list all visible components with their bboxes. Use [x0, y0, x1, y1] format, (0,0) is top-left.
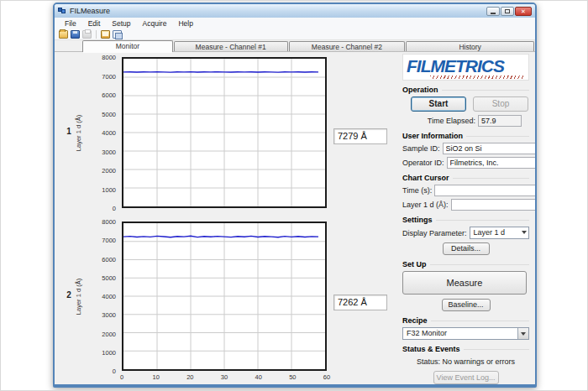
channel-1-label: 1 — [63, 127, 75, 136]
tab-strip: Monitor Measure - Channel #1 Measure - C… — [55, 40, 535, 52]
charts-area: 1 Layer 1 d (Å) 010002000300040005000600… — [55, 52, 394, 384]
chevron-down-icon — [522, 231, 527, 234]
y-tick-label: 5000 — [102, 274, 116, 281]
x-tick-label: 30 — [221, 373, 228, 381]
chart-1-y-tick-labels: 010002000300040005000600070008000 — [88, 57, 119, 208]
chart-2-x-tick-labels: 0102030405060 — [122, 373, 327, 381]
measure-button[interactable]: Measure — [402, 271, 527, 295]
maximize-button[interactable] — [501, 7, 514, 16]
monitor-tab-content: 1 Layer 1 d (Å) 010002000300040005000600… — [55, 52, 535, 384]
x-tick-label: 60 — [323, 373, 330, 381]
toolbar-separator — [96, 30, 97, 39]
y-tick-label: 3000 — [102, 148, 116, 155]
maximize-icon — [505, 9, 510, 13]
chart-2-y-axis-title: Layer 1 d (Å) — [75, 263, 82, 331]
window-title: FILMeasure — [70, 7, 486, 15]
minimize-button[interactable] — [486, 7, 500, 16]
operator-id-label: Operator ID: — [402, 159, 447, 167]
status-events-header: Status & Events — [402, 345, 529, 353]
x-tick-label: 20 — [186, 373, 193, 381]
y-tick-label: 4000 — [102, 129, 116, 137]
tab-measure-channel-2[interactable]: Measure - Channel #2 — [289, 41, 406, 52]
open-file-icon[interactable] — [59, 30, 68, 39]
channel-1-readout: 7279 Å — [333, 128, 387, 144]
tab-history[interactable]: History — [406, 41, 534, 52]
cursor-time-label: Time (s): — [402, 186, 434, 195]
display-parameter-label: Display Parameter: — [402, 229, 470, 237]
recipe-dropdown-arrow-icon[interactable] — [517, 328, 528, 339]
operator-id-input[interactable] — [447, 157, 535, 169]
menu-edit[interactable]: Edit — [83, 18, 106, 29]
chart-2-x-axis-title: Time (s) — [122, 383, 327, 384]
menu-file[interactable]: File — [60, 18, 81, 29]
y-tick-label: 8000 — [102, 218, 116, 226]
menu-setup[interactable]: Setup — [107, 18, 135, 29]
tool-bar — [55, 29, 535, 40]
y-tick-label: 2000 — [102, 330, 116, 337]
cursor-layer-label: Layer 1 d (Å): — [402, 201, 451, 209]
x-tick-label: 10 — [152, 373, 159, 381]
chart-1-plot[interactable] — [122, 57, 327, 208]
y-tick-label: 6000 — [102, 91, 116, 99]
stop-button[interactable]: Stop — [473, 96, 528, 112]
y-tick-label: 6000 — [102, 255, 116, 263]
close-icon: ✕ — [521, 8, 526, 14]
y-tick-label: 1000 — [102, 348, 116, 356]
app-window: FILMeasure ✕ File Edit Setup Acquire Hel… — [53, 3, 537, 388]
sample-id-input[interactable] — [443, 143, 535, 154]
recipe-header: Recipe — [402, 316, 529, 325]
chart-2-plot[interactable] — [122, 222, 327, 371]
x-tick-label: 0 — [120, 373, 123, 381]
y-tick-label: 5000 — [102, 110, 116, 117]
cursor-layer-field — [451, 199, 535, 211]
start-button[interactable]: Start — [411, 96, 466, 112]
view-event-log-button[interactable]: View Event Log... — [433, 371, 499, 384]
data-series-line — [123, 72, 318, 73]
x-tick-label: 50 — [289, 373, 296, 381]
display-parameter-dropdown[interactable]: Layer 1 d — [470, 227, 529, 239]
tab-monitor[interactable]: Monitor — [82, 40, 173, 52]
y-tick-label: 0 — [113, 368, 116, 375]
x-tick-label: 40 — [255, 373, 261, 381]
y-tick-label: 3000 — [102, 311, 116, 319]
chart-1-y-axis-title: Layer 1 d (Å) — [75, 100, 82, 167]
screen-settings-icon[interactable] — [101, 30, 110, 39]
recipe-dropdown[interactable]: F32 Monitor — [402, 327, 529, 340]
chart-cursor-header: Chart Cursor — [402, 174, 529, 182]
chart-2-y-tick-labels: 010002000300040005000600070008000 — [88, 222, 119, 371]
baseline-button[interactable]: Baseline... — [442, 299, 491, 311]
user-information-header: User Information — [402, 132, 529, 140]
y-tick-label: 2000 — [102, 167, 116, 175]
screenshot-frame: FILMeasure ✕ File Edit Setup Acquire Hel… — [0, 0, 588, 391]
y-tick-label: 1000 — [102, 185, 116, 193]
menu-bar: File Edit Setup Acquire Help — [55, 18, 535, 29]
status-text: Status: No warnings or errors — [402, 357, 529, 366]
filmetrics-logo: FILMETRICS — [402, 54, 529, 81]
cursor-time-field — [434, 185, 535, 196]
operation-header: Operation — [402, 86, 529, 94]
y-tick-label: 8000 — [102, 54, 116, 61]
y-tick-label: 7000 — [102, 237, 116, 244]
settings-header: Settings — [402, 216, 529, 224]
time-elapsed-label: Time Elapsed: — [426, 117, 478, 125]
close-button[interactable]: ✕ — [515, 7, 532, 16]
print-icon[interactable] — [82, 30, 92, 39]
y-tick-label: 0 — [113, 205, 116, 212]
tab-measure-channel-1[interactable]: Measure - Channel #1 — [174, 41, 288, 52]
y-tick-label: 4000 — [102, 293, 116, 300]
filmetrics-logo-text: FILMETRICS — [407, 56, 525, 76]
menu-acquire[interactable]: Acquire — [138, 18, 172, 29]
sample-id-label: Sample ID: — [402, 144, 443, 153]
save-icon[interactable] — [71, 30, 80, 39]
copy-screen-icon[interactable] — [113, 30, 122, 39]
time-elapsed-field — [478, 115, 522, 127]
details-button[interactable]: Details... — [443, 242, 490, 255]
title-bar[interactable]: FILMeasure ✕ — [55, 4, 535, 18]
control-panel: FILMETRICS Operation Start Stop Time Ela… — [396, 52, 535, 384]
display-parameter-value: Layer 1 d — [474, 228, 506, 237]
y-tick-label: 7000 — [102, 72, 116, 80]
menu-help[interactable]: Help — [173, 18, 197, 29]
data-series-line — [123, 236, 318, 237]
minimize-icon — [491, 13, 496, 14]
channel-2-readout: 7262 Å — [333, 295, 387, 310]
